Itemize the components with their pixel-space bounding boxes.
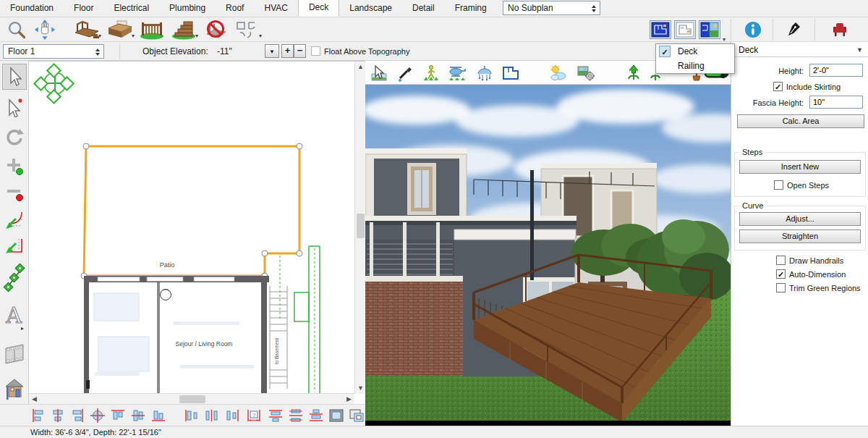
flyby-tool-button[interactable] xyxy=(448,64,467,83)
railing-tool-button[interactable] xyxy=(137,19,166,41)
zoom-tool-button[interactable] xyxy=(4,19,29,41)
pan-tool-button[interactable] xyxy=(32,19,58,41)
calc-area-button[interactable]: Calc. Area xyxy=(737,114,864,128)
floor-spinner-icon[interactable] xyxy=(93,46,102,58)
remove-point-tool-button[interactable] xyxy=(2,181,27,207)
deck-with-railing-tool-button[interactable]: ▾ xyxy=(72,19,101,41)
subplan-select[interactable]: No Subplan xyxy=(503,1,600,15)
height-input[interactable] xyxy=(809,64,863,77)
select-special-tool-button[interactable] xyxy=(2,94,27,120)
center-in-plan-button[interactable] xyxy=(88,407,107,424)
float-above-topography-checkbox[interactable] xyxy=(311,46,320,56)
plan-2d-view[interactable]: Patio Sejour / Living Room xyxy=(29,61,365,404)
tab-floor[interactable]: Floor xyxy=(64,0,103,17)
scroll-left-icon[interactable]: ◀ xyxy=(29,394,40,405)
daylight-settings-button[interactable] xyxy=(549,64,568,83)
distribute-bottom-button[interactable] xyxy=(307,407,326,424)
tab-electrical[interactable]: Electrical xyxy=(103,0,159,17)
auto-shapes-tool-button[interactable]: ▾ xyxy=(233,19,262,41)
tab-hvac[interactable]: HVAC xyxy=(254,0,297,17)
align-left-icon xyxy=(30,408,47,424)
elevation-increase-button[interactable]: + xyxy=(281,44,294,58)
menu-item-rail[interactable]: Railing xyxy=(656,59,734,73)
scroll-up-icon[interactable]: ▲ xyxy=(355,62,366,72)
align-middle-button[interactable] xyxy=(129,407,148,424)
scroll-down-icon[interactable]: ▼ xyxy=(355,383,366,394)
remove-deck-tool-button[interactable] xyxy=(201,19,230,41)
include-skirting-checkbox[interactable]: ✓ xyxy=(773,82,783,91)
panel-header[interactable]: Deck ▼ xyxy=(731,42,868,57)
render-settings-button[interactable] xyxy=(576,64,595,83)
plan-green-region[interactable] xyxy=(280,246,320,393)
render-3d-view[interactable] xyxy=(365,61,731,426)
elevation-dropdown-button[interactable]: ▼ xyxy=(265,44,279,58)
text-tool-button[interactable]: A xyxy=(2,300,27,333)
trim-green-regions-checkbox[interactable] xyxy=(776,283,786,292)
furniture-button[interactable] xyxy=(823,19,856,41)
align-top-button[interactable] xyxy=(109,407,127,424)
select-tool-button[interactable] xyxy=(2,64,27,90)
align-center-vertical-button[interactable] xyxy=(48,407,67,424)
space-center-button[interactable] xyxy=(203,407,221,424)
distribute-middle-button[interactable] xyxy=(286,407,305,424)
walkthrough-tool-button[interactable] xyxy=(2,339,27,369)
auto-dimension-checkbox[interactable]: ✓ xyxy=(776,269,786,279)
steps-tool-dropdown-caret[interactable]: ▾ xyxy=(195,33,198,39)
view-2d-button[interactable] xyxy=(650,20,671,39)
open-steps-checkbox[interactable] xyxy=(774,180,783,190)
deck-outline[interactable] xyxy=(81,143,302,279)
rotate-tool-button[interactable] xyxy=(2,125,27,151)
fillet-corner-tool-button[interactable] xyxy=(2,207,27,233)
grow-plants-button[interactable] xyxy=(624,64,643,83)
floor-select[interactable]: Floor 1 xyxy=(3,44,104,59)
walkthrough-3d-tool-button[interactable] xyxy=(422,64,441,83)
menu-item-deck[interactable]: ✓ Deck xyxy=(656,44,734,59)
custom-spacing-button[interactable]: ? xyxy=(244,407,263,424)
subplan-spinner-icon[interactable] xyxy=(590,3,598,14)
adjust-button[interactable]: Adjust... xyxy=(739,212,861,226)
align-right-button[interactable] xyxy=(68,407,87,424)
tab-deck[interactable]: Deck xyxy=(298,0,339,17)
fit-to-frame-button[interactable] xyxy=(327,407,346,424)
scroll-right-icon[interactable]: ▶ xyxy=(344,394,354,405)
annotation-pen-button[interactable] xyxy=(778,19,812,41)
orbit-view-tool-button[interactable] xyxy=(475,64,494,83)
distribute-top-button[interactable] xyxy=(266,407,285,424)
add-point-tool-button[interactable] xyxy=(2,153,27,180)
select-3d-tool-button[interactable] xyxy=(370,64,388,83)
align-left-button[interactable] xyxy=(29,407,48,424)
deck-node-handles[interactable] xyxy=(81,143,302,279)
hedge-tool-button[interactable] xyxy=(2,262,27,294)
straighten-button[interactable]: Straighten xyxy=(739,229,861,243)
info-button[interactable] xyxy=(736,19,770,41)
tab-framing[interactable]: Framing xyxy=(445,0,497,17)
steps-tool-button[interactable]: ▾ xyxy=(169,19,198,41)
elevation-view-tool-button[interactable] xyxy=(2,374,27,405)
elevation-decrease-button[interactable]: − xyxy=(294,44,306,58)
plan-overlay-tool-button[interactable] xyxy=(501,64,520,83)
tab-landscape[interactable]: Landscape xyxy=(339,0,402,17)
tab-foundation[interactable]: Foundation xyxy=(0,0,64,17)
panel-dropdown-caret[interactable]: ▼ xyxy=(856,46,863,54)
fascia-height-input[interactable] xyxy=(809,96,863,109)
shapes-tool-dropdown-caret[interactable]: ▾ xyxy=(259,33,262,39)
compass-widget[interactable] xyxy=(34,64,73,103)
draw-handrails-checkbox[interactable] xyxy=(776,256,786,265)
tab-plumbing[interactable]: Plumbing xyxy=(159,0,216,17)
square-corner-tool-button[interactable] xyxy=(2,233,27,259)
nested-frames-button[interactable] xyxy=(347,407,366,424)
insert-new-button[interactable]: Insert New xyxy=(739,160,861,174)
tab-roof[interactable]: Roof xyxy=(216,0,254,17)
view-plan-button[interactable] xyxy=(674,20,696,39)
eyedropper-tool-button[interactable] xyxy=(396,64,414,83)
space-left-button[interactable] xyxy=(182,407,201,424)
view-split-2d-3d-button[interactable] xyxy=(699,20,720,39)
plan-vertical-scrollbar[interactable]: ▲ ▼ xyxy=(354,62,365,394)
tab-detail[interactable]: Detail xyxy=(402,0,445,17)
platform-tool-dropdown-caret[interactable]: ▾ xyxy=(132,33,135,39)
plan-horizontal-scrollbar[interactable]: ◀ ▶ xyxy=(29,393,354,404)
align-bottom-button[interactable] xyxy=(149,407,168,424)
deck-tool-dropdown-caret[interactable]: ▾ xyxy=(98,33,101,39)
deck-platform-tool-button[interactable]: ▾ xyxy=(106,19,135,41)
space-right-button[interactable] xyxy=(223,407,242,424)
